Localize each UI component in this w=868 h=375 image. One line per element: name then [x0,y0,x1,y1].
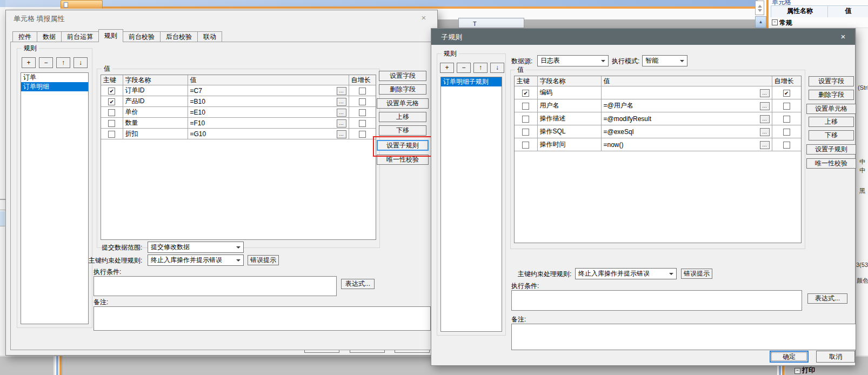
set-field-button[interactable]: 设置字段 [809,76,854,86]
ellipsis-button[interactable]: … [337,87,346,95]
rules-list-item[interactable]: 订单 [21,73,88,82]
value-cell[interactable]: =G10 [188,129,335,139]
field-name-cell[interactable]: 操作描述 [537,112,601,125]
set-field-button[interactable]: 设置字段 [379,71,426,81]
field-name-cell[interactable]: 订单ID [123,85,188,96]
primary-key-checkbox[interactable]: ✔ [108,98,115,105]
exec-mode-select[interactable]: 智能 [642,55,687,66]
auto-increment-checkbox[interactable] [359,109,366,116]
table-row[interactable]: 单价 =E10 … [101,107,376,118]
auto-increment-checkbox[interactable] [783,129,790,136]
collapse-icon[interactable]: − [794,368,800,374]
value-cell[interactable]: =now() [601,138,758,151]
table-row[interactable]: 折扣 =G10 … [101,129,376,139]
properties-name-header[interactable]: 属性名称 [771,5,829,18]
collapse-icon[interactable]: − [772,19,778,25]
auto-increment-checkbox[interactable] [359,88,366,95]
value-cell[interactable]: =@exeSql [601,125,758,138]
set-cell-button[interactable]: 设置单元格 [806,104,856,114]
field-name-cell[interactable]: 操作SQL [537,125,601,138]
auto-increment-checkbox[interactable] [783,103,790,110]
table-row[interactable]: 操作描述 =@modifyResult … [515,112,801,125]
remark-textarea[interactable] [94,306,431,331]
tab-front-validate[interactable]: 前台校验 [123,31,161,42]
ellipsis-button[interactable]: … [760,141,770,149]
field-name-cell[interactable]: 折扣 [123,129,188,139]
move-down-button[interactable]: 下移 [379,125,426,136]
tab-back-validate[interactable]: 后台校验 [160,31,198,42]
ellipsis-button[interactable]: … [760,102,770,110]
move-up-button[interactable]: 上移 [379,112,426,122]
move-down-button[interactable]: 下移 [809,130,854,140]
move-rule-up-button[interactable]: ↑ [473,63,488,73]
field-name-cell[interactable]: 数量 [123,118,188,129]
error-tip-button[interactable]: 错误提示 [681,269,712,279]
pk-rule-select[interactable]: 终止入库操作并提示错误 [148,255,244,266]
tab-controls[interactable]: 控件 [12,31,37,42]
move-rule-down-button[interactable]: ↓ [74,57,88,68]
properties-general-row[interactable]: − 常规 [771,17,868,28]
set-subrule-button[interactable]: 设置子规则 [806,144,856,155]
table-row[interactable]: 操作SQL =@exeSql … [515,125,801,138]
primary-key-checkbox[interactable]: ✔ [108,88,115,95]
remark-textarea[interactable] [511,324,856,350]
datasource-select[interactable]: 日志表 [537,55,609,66]
ellipsis-button[interactable]: … [760,89,770,97]
delete-field-button[interactable]: 删除字段 [379,84,426,95]
auto-increment-checkbox[interactable] [783,142,790,149]
rules-listbox[interactable]: 订单 订单明细 [21,72,89,324]
auto-increment-checkbox[interactable]: ✔ [783,90,790,97]
move-rule-up-button[interactable]: ↑ [56,57,70,68]
value-cell[interactable]: =@modifyResult [601,112,758,125]
table-row[interactable]: 数量 =F10 … [101,118,376,129]
table-row[interactable]: ✔ 编码 … ✔ [515,86,801,99]
exec-condition-textarea[interactable] [511,290,802,311]
ok-button[interactable]: 确定 [770,351,809,363]
primary-key-checkbox[interactable] [108,131,115,138]
ellipsis-button[interactable]: … [760,115,770,123]
close-icon[interactable]: × [837,31,850,43]
ellipsis-button[interactable]: … [337,98,346,106]
tab-front-calc[interactable]: 前台运算 [61,31,99,42]
primary-key-checkbox[interactable] [522,103,529,110]
field-name-cell[interactable]: 编码 [537,86,601,99]
tab-linkage[interactable]: 联动 [197,31,222,42]
move-rule-down-button[interactable]: ↓ [490,63,504,73]
table-row[interactable]: 操作时间 =now() … [515,138,801,151]
field-name-cell[interactable]: 产品ID [123,96,188,107]
value-cell[interactable]: =@用户名 [601,99,758,112]
add-rule-button[interactable]: + [22,57,36,68]
delete-field-button[interactable]: 删除字段 [809,90,854,100]
field-name-cell[interactable]: 用户名 [537,99,601,112]
scroll-up-button[interactable]: ▲ [755,16,766,28]
value-cell[interactable] [601,86,758,99]
unique-check-button[interactable]: 唯一性校验 [806,158,856,169]
tab-rules[interactable]: 规则 [98,29,123,42]
value-cell[interactable]: =B10 [188,96,335,107]
remove-rule-button[interactable]: − [457,63,471,73]
ellipsis-button[interactable]: … [337,119,346,128]
rules-list-item-selected[interactable]: 订单明细 [21,82,88,91]
primary-key-checkbox[interactable] [522,116,529,123]
submit-range-select[interactable]: 提交修改数据 [148,242,244,253]
expression-button[interactable]: 表达式... [807,293,847,304]
expression-button[interactable]: 表达式... [341,279,375,289]
auto-increment-checkbox[interactable] [359,98,366,105]
tab-data[interactable]: 数据 [37,31,62,42]
move-up-button[interactable]: 上移 [809,117,854,127]
properties-value-header[interactable]: 值 [827,5,868,18]
table-row[interactable]: ✔ 产品ID =B10 … [101,96,376,107]
field-name-cell[interactable]: 操作时间 [537,138,601,151]
auto-increment-checkbox[interactable] [359,120,366,127]
table-row[interactable]: ✔ 订单ID =C7 … [101,85,376,96]
close-icon[interactable]: × [418,12,430,23]
primary-key-checkbox[interactable] [108,109,115,116]
primary-key-checkbox[interactable]: ✔ [522,90,529,97]
document-tab[interactable] [61,0,103,9]
field-name-cell[interactable]: 单价 [123,107,188,118]
primary-key-checkbox[interactable] [108,120,115,127]
value-cell[interactable]: =F10 [188,118,335,129]
scroll-spinner-box[interactable] [755,1,764,15]
add-rule-button[interactable]: + [440,63,454,73]
exec-condition-textarea[interactable] [94,276,337,296]
